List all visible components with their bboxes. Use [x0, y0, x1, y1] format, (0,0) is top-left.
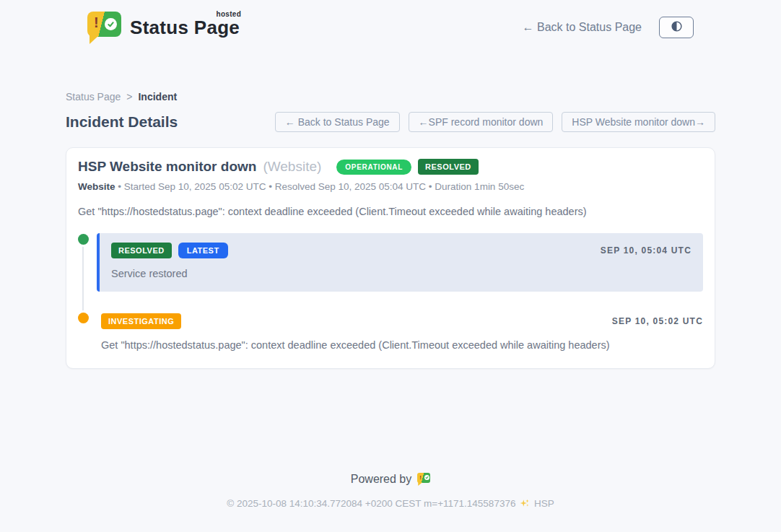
timeline-timestamp: SEP 10, 05:02 UTC — [612, 316, 703, 326]
half-circle-icon — [671, 20, 683, 35]
incident-title: HSP Website monitor down — [78, 159, 256, 175]
timeline-timestamp: SEP 10, 05:04 UTC — [601, 245, 691, 256]
header: ! Status Page hosted ← Back to Status Pa… — [0, 0, 781, 43]
timeline-badges: RESOLVED LATEST — [111, 243, 228, 258]
theme-toggle-button[interactable] — [659, 17, 694, 38]
incident-card-header: HSP Website monitor down (Website) OPERA… — [78, 159, 703, 175]
timeline-item-investigating: INVESTIGATING SEP 10, 05:02 UTC Get "htt… — [78, 312, 703, 351]
resolved-state-badge: RESOLVED — [418, 159, 479, 175]
incident-component-label: (Website) — [263, 159, 321, 175]
breadcrumb: Status Page > Incident — [66, 91, 715, 103]
footer-logo-tail — [418, 482, 422, 486]
title-row: Incident Details ← Back to Status Page ←… — [66, 112, 715, 132]
previous-incident-button[interactable]: ←SPF record monitor down — [409, 112, 554, 132]
brand-name: Status Page hosted — [130, 17, 240, 39]
copyright-text: © 2025-10-08 14:10:34.772084 +0200 CEST … — [227, 498, 515, 509]
powered-by: Powered by ! — [351, 473, 431, 486]
footer-check-icon — [424, 475, 429, 480]
status-page-logo-icon: ! — [87, 12, 121, 43]
copyright-line: © 2025-10-08 14:10:34.772084 +0200 CEST … — [0, 498, 781, 510]
incident-card: HSP Website monitor down (Website) OPERA… — [66, 147, 715, 369]
meta-resolved: Resolved Sep 10, 2025 05:04 UTC — [275, 181, 426, 192]
exclamation-icon: ! — [94, 14, 99, 31]
back-to-status-page-button[interactable]: ← Back to Status Page — [275, 112, 400, 132]
header-back-link[interactable]: ← Back to Status Page — [523, 21, 642, 34]
footer-logo-icon[interactable]: ! — [417, 473, 430, 486]
meta-component: Website — [78, 181, 115, 192]
breadcrumb-separator: > — [126, 91, 132, 103]
incident-description: Get "https://hostedstatus.page": context… — [78, 206, 703, 217]
meta-started: Started Sep 10, 2025 05:02 UTC — [124, 181, 266, 192]
latest-badge: LATEST — [178, 243, 228, 258]
timeline-dot-investigating — [78, 313, 89, 323]
operational-status-badge: OPERATIONAL — [336, 160, 411, 175]
header-actions: ← Back to Status Page — [523, 17, 694, 38]
meta-duration: Duration 1min 50sec — [435, 181, 524, 192]
incident-nav-buttons: ← Back to Status Page ←SPF record monito… — [275, 112, 715, 132]
powered-by-label: Powered by — [351, 473, 412, 486]
timeline-dot-resolved — [78, 234, 89, 245]
timeline-update-first: INVESTIGATING SEP 10, 05:02 UTC Get "htt… — [97, 312, 703, 351]
timeline-item-resolved: RESOLVED LATEST SEP 10, 05:04 UTC Servic… — [78, 233, 703, 292]
breadcrumb-status-page[interactable]: Status Page — [66, 91, 121, 103]
footer: Powered by ! © 2025-10-08 14:10:34.77208… — [0, 473, 781, 510]
meta-separator: • — [429, 181, 432, 192]
copyright-brand: HSP — [534, 498, 554, 509]
main-content: Status Page > Incident Incident Details … — [66, 91, 715, 369]
meta-separator: • — [118, 181, 121, 192]
brand-superscript: hosted — [217, 10, 242, 18]
resolved-badge: RESOLVED — [111, 243, 172, 258]
incident-timeline: RESOLVED LATEST SEP 10, 05:04 UTC Servic… — [78, 233, 703, 351]
meta-separator: • — [269, 181, 272, 192]
check-icon — [105, 18, 117, 30]
next-incident-button[interactable]: HSP Website monitor down→ — [562, 112, 715, 132]
timeline-message: Service restored — [111, 268, 691, 279]
timeline-message: Get "https://hostedstatus.page": context… — [101, 339, 703, 351]
brand-name-text: Status Page — [130, 17, 240, 38]
footer-exclamation-icon: ! — [419, 474, 422, 481]
breadcrumb-incident: Incident — [138, 91, 177, 103]
sparkles-icon — [520, 498, 530, 510]
timeline-badges: INVESTIGATING — [101, 313, 181, 329]
incident-meta: Website • Started Sep 10, 2025 05:02 UTC… — [78, 181, 703, 192]
brand-logo[interactable]: ! Status Page hosted — [87, 12, 240, 43]
timeline-update-header: INVESTIGATING SEP 10, 05:02 UTC — [101, 313, 703, 329]
timeline-update-latest: RESOLVED LATEST SEP 10, 05:04 UTC Servic… — [97, 233, 703, 292]
timeline-update-header: RESOLVED LATEST SEP 10, 05:04 UTC — [111, 243, 691, 258]
page-title: Incident Details — [66, 113, 178, 131]
investigating-badge: INVESTIGATING — [101, 313, 181, 329]
